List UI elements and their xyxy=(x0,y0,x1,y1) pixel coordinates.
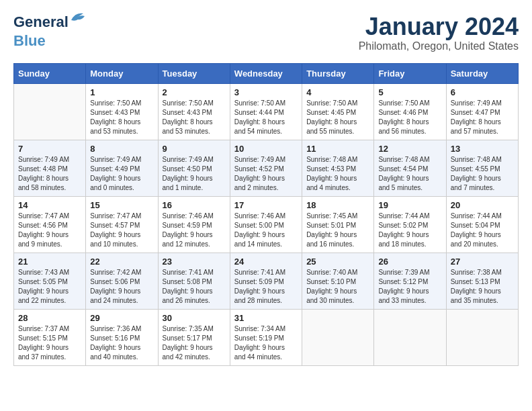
day-number: 22 xyxy=(90,257,153,267)
day-number: 20 xyxy=(451,200,514,210)
day-info: Sunrise: 7:41 AM Sunset: 5:08 PM Dayligh… xyxy=(163,268,226,306)
day-info: Sunrise: 7:50 AM Sunset: 4:46 PM Dayligh… xyxy=(378,99,441,136)
calendar-week-row: 28Sunrise: 7:37 AM Sunset: 5:15 PM Dayli… xyxy=(14,309,519,365)
table-row: 31Sunrise: 7:34 AM Sunset: 5:19 PM Dayli… xyxy=(230,309,302,365)
day-number: 30 xyxy=(163,313,226,323)
day-info: Sunrise: 7:49 AM Sunset: 4:47 PM Dayligh… xyxy=(451,99,514,136)
calendar-table: Sunday Monday Tuesday Wednesday Thursday… xyxy=(13,63,519,366)
calendar-header-row: Sunday Monday Tuesday Wednesday Thursday… xyxy=(14,63,519,83)
table-row: 15Sunrise: 7:47 AM Sunset: 4:57 PM Dayli… xyxy=(86,196,158,253)
calendar-week-row: 21Sunrise: 7:43 AM Sunset: 5:05 PM Dayli… xyxy=(14,253,519,309)
table-row: 5Sunrise: 7:50 AM Sunset: 4:46 PM Daylig… xyxy=(374,83,446,140)
day-number: 9 xyxy=(163,144,226,154)
day-number: 19 xyxy=(378,200,441,210)
table-row xyxy=(14,83,86,140)
day-number: 12 xyxy=(378,144,441,154)
table-row: 22Sunrise: 7:42 AM Sunset: 5:06 PM Dayli… xyxy=(86,253,158,309)
day-number: 3 xyxy=(234,87,298,97)
day-info: Sunrise: 7:49 AM Sunset: 4:49 PM Dayligh… xyxy=(90,155,153,193)
day-info: Sunrise: 7:35 AM Sunset: 5:17 PM Dayligh… xyxy=(163,324,226,362)
day-info: Sunrise: 7:43 AM Sunset: 5:05 PM Dayligh… xyxy=(18,268,81,306)
day-number: 4 xyxy=(306,87,369,97)
col-friday: Friday xyxy=(374,63,446,83)
day-info: Sunrise: 7:46 AM Sunset: 5:00 PM Dayligh… xyxy=(234,212,298,249)
table-row: 8Sunrise: 7:49 AM Sunset: 4:49 PM Daylig… xyxy=(86,140,158,196)
table-row: 24Sunrise: 7:41 AM Sunset: 5:09 PM Dayli… xyxy=(230,253,302,309)
day-number: 1 xyxy=(90,87,153,97)
col-monday: Monday xyxy=(86,63,158,83)
table-row: 7Sunrise: 7:49 AM Sunset: 4:48 PM Daylig… xyxy=(14,140,86,196)
table-row: 30Sunrise: 7:35 AM Sunset: 5:17 PM Dayli… xyxy=(158,309,230,365)
day-number: 24 xyxy=(234,257,298,267)
table-row: 14Sunrise: 7:47 AM Sunset: 4:56 PM Dayli… xyxy=(14,196,86,253)
table-row xyxy=(446,309,518,365)
day-number: 8 xyxy=(90,144,153,154)
day-number: 14 xyxy=(18,200,81,210)
logo-text-blue: Blue xyxy=(13,32,46,50)
table-row: 9Sunrise: 7:49 AM Sunset: 4:50 PM Daylig… xyxy=(158,140,230,196)
day-number: 28 xyxy=(18,313,81,323)
day-info: Sunrise: 7:48 AM Sunset: 4:55 PM Dayligh… xyxy=(451,155,514,193)
table-row: 3Sunrise: 7:50 AM Sunset: 4:44 PM Daylig… xyxy=(230,83,302,140)
day-number: 11 xyxy=(306,144,369,154)
col-wednesday: Wednesday xyxy=(230,63,302,83)
day-info: Sunrise: 7:44 AM Sunset: 5:02 PM Dayligh… xyxy=(378,212,441,249)
table-row: 1Sunrise: 7:50 AM Sunset: 4:43 PM Daylig… xyxy=(86,83,158,140)
day-info: Sunrise: 7:45 AM Sunset: 5:01 PM Dayligh… xyxy=(306,212,369,249)
calendar-week-row: 14Sunrise: 7:47 AM Sunset: 4:56 PM Dayli… xyxy=(14,196,519,253)
calendar-title: January 2024 xyxy=(359,13,519,40)
logo-bird-icon xyxy=(69,11,87,24)
day-number: 27 xyxy=(451,257,514,267)
table-row: 18Sunrise: 7:45 AM Sunset: 5:01 PM Dayli… xyxy=(302,196,374,253)
table-row: 16Sunrise: 7:46 AM Sunset: 4:59 PM Dayli… xyxy=(158,196,230,253)
day-info: Sunrise: 7:49 AM Sunset: 4:52 PM Dayligh… xyxy=(234,155,298,193)
col-saturday: Saturday xyxy=(446,63,518,83)
day-number: 7 xyxy=(18,144,81,154)
day-info: Sunrise: 7:50 AM Sunset: 4:43 PM Dayligh… xyxy=(90,99,153,136)
day-number: 25 xyxy=(306,257,369,267)
table-row xyxy=(374,309,446,365)
table-row: 11Sunrise: 7:48 AM Sunset: 4:53 PM Dayli… xyxy=(302,140,374,196)
table-row: 12Sunrise: 7:48 AM Sunset: 4:54 PM Dayli… xyxy=(374,140,446,196)
table-row: 29Sunrise: 7:36 AM Sunset: 5:16 PM Dayli… xyxy=(86,309,158,365)
table-row: 19Sunrise: 7:44 AM Sunset: 5:02 PM Dayli… xyxy=(374,196,446,253)
table-row: 27Sunrise: 7:38 AM Sunset: 5:13 PM Dayli… xyxy=(446,253,518,309)
day-info: Sunrise: 7:42 AM Sunset: 5:06 PM Dayligh… xyxy=(90,268,153,306)
day-number: 21 xyxy=(18,257,81,267)
day-number: 6 xyxy=(451,87,514,97)
page-header: General Blue January 2024 Philomath, Ore… xyxy=(13,13,519,52)
day-info: Sunrise: 7:49 AM Sunset: 4:48 PM Dayligh… xyxy=(18,155,81,193)
day-info: Sunrise: 7:50 AM Sunset: 4:44 PM Dayligh… xyxy=(234,99,298,136)
col-thursday: Thursday xyxy=(302,63,374,83)
table-row: 2Sunrise: 7:50 AM Sunset: 4:43 PM Daylig… xyxy=(158,83,230,140)
day-number: 16 xyxy=(163,200,226,210)
title-block: January 2024 Philomath, Oregon, United S… xyxy=(359,13,519,52)
day-info: Sunrise: 7:39 AM Sunset: 5:12 PM Dayligh… xyxy=(378,268,441,306)
table-row xyxy=(302,309,374,365)
day-info: Sunrise: 7:49 AM Sunset: 4:50 PM Dayligh… xyxy=(163,155,226,193)
table-row: 4Sunrise: 7:50 AM Sunset: 4:45 PM Daylig… xyxy=(302,83,374,140)
table-row: 23Sunrise: 7:41 AM Sunset: 5:08 PM Dayli… xyxy=(158,253,230,309)
table-row: 13Sunrise: 7:48 AM Sunset: 4:55 PM Dayli… xyxy=(446,140,518,196)
day-number: 17 xyxy=(234,200,298,210)
table-row: 26Sunrise: 7:39 AM Sunset: 5:12 PM Dayli… xyxy=(374,253,446,309)
table-row: 21Sunrise: 7:43 AM Sunset: 5:05 PM Dayli… xyxy=(14,253,86,309)
col-tuesday: Tuesday xyxy=(158,63,230,83)
day-info: Sunrise: 7:41 AM Sunset: 5:09 PM Dayligh… xyxy=(234,268,298,306)
day-info: Sunrise: 7:48 AM Sunset: 4:53 PM Dayligh… xyxy=(306,155,369,193)
day-info: Sunrise: 7:47 AM Sunset: 4:56 PM Dayligh… xyxy=(18,212,81,249)
logo: General Blue xyxy=(13,13,69,50)
day-number: 31 xyxy=(234,313,298,323)
calendar-subtitle: Philomath, Oregon, United States xyxy=(359,40,519,52)
day-number: 5 xyxy=(378,87,441,97)
table-row: 6Sunrise: 7:49 AM Sunset: 4:47 PM Daylig… xyxy=(446,83,518,140)
day-number: 23 xyxy=(163,257,226,267)
day-info: Sunrise: 7:37 AM Sunset: 5:15 PM Dayligh… xyxy=(18,324,81,362)
table-row: 17Sunrise: 7:46 AM Sunset: 5:00 PM Dayli… xyxy=(230,196,302,253)
day-info: Sunrise: 7:36 AM Sunset: 5:16 PM Dayligh… xyxy=(90,324,153,362)
day-info: Sunrise: 7:40 AM Sunset: 5:10 PM Dayligh… xyxy=(306,268,369,306)
table-row: 20Sunrise: 7:44 AM Sunset: 5:04 PM Dayli… xyxy=(446,196,518,253)
table-row: 28Sunrise: 7:37 AM Sunset: 5:15 PM Dayli… xyxy=(14,309,86,365)
day-info: Sunrise: 7:38 AM Sunset: 5:13 PM Dayligh… xyxy=(451,268,514,306)
calendar-week-row: 7Sunrise: 7:49 AM Sunset: 4:48 PM Daylig… xyxy=(14,140,519,196)
